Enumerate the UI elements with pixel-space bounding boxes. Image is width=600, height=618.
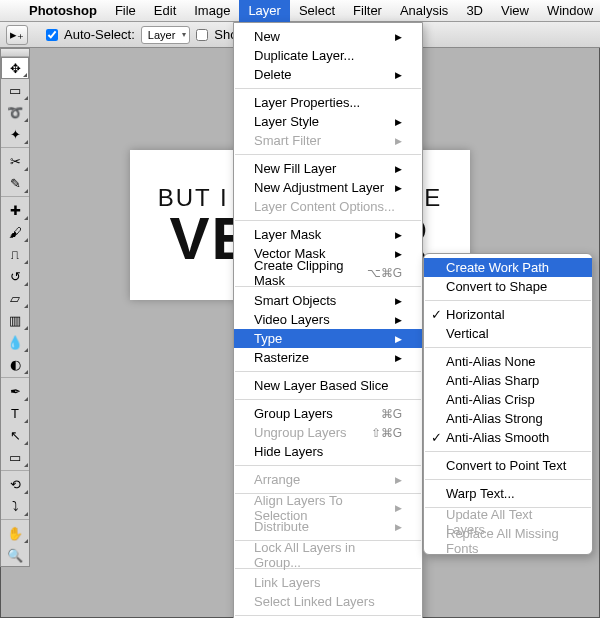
menu-item[interactable]: Layer Style [234,112,422,131]
menu-item: Select Linked Layers [234,592,422,611]
shape-tool[interactable]: ▭ [1,446,29,468]
crop-tool[interactable]: ✂ [1,150,29,172]
menu-item[interactable]: Anti-Alias None [424,352,592,371]
menu-item[interactable]: New [234,27,422,46]
menubar-edit[interactable]: Edit [145,0,185,22]
menubar-layer[interactable]: Layer [239,0,290,22]
3d-orbit-tool[interactable]: ⤵ [1,495,29,517]
menubar-analysis[interactable]: Analysis [391,0,457,22]
brush-tool[interactable]: 🖌 [1,221,29,243]
marquee-tool[interactable]: ▭ [1,79,29,101]
menu-item[interactable]: Anti-Alias Crisp [424,390,592,409]
heal-tool[interactable]: ✚ [1,199,29,221]
blur-tool[interactable]: 💧 [1,331,29,353]
menu-item: Align Layers To Selection [234,498,422,517]
menu-item[interactable]: Video Layers [234,310,422,329]
zoom-tool[interactable]: 🔍 [1,544,29,566]
menu-item: Lock All Layers in Group... [234,545,422,564]
history-brush-tool[interactable]: ↺ [1,265,29,287]
layer-menu: NewDuplicate Layer...DeleteLayer Propert… [233,22,423,618]
type-submenu: Create Work PathConvert to ShapeHorizont… [423,253,593,555]
menu-item[interactable]: Group Layers⌘G [234,404,422,423]
menu-item[interactable]: Vertical [424,324,592,343]
hand-tool[interactable]: ✋ [1,522,29,544]
menu-item: Layer Content Options... [234,197,422,216]
menu-item[interactable]: Hide Layers [234,442,422,461]
menu-item[interactable]: Warp Text... [424,484,592,503]
menu-item[interactable]: New Layer Based Slice [234,376,422,395]
menu-item: Arrange [234,470,422,489]
menu-item[interactable]: Duplicate Layer... [234,46,422,65]
menubar-image[interactable]: Image [185,0,239,22]
menu-item[interactable]: Layer Mask [234,225,422,244]
menubar-select[interactable]: Select [290,0,344,22]
menu-item[interactable]: Rasterize [234,348,422,367]
menu-item[interactable]: Create Work Path [424,258,592,277]
eyedropper-tool[interactable]: ✎ [1,172,29,194]
menubar-3d[interactable]: 3D [457,0,492,22]
autoselect-label: Auto-Select: [64,27,135,42]
3d-rotate-tool[interactable]: ⟲ [1,473,29,495]
menubar-filter[interactable]: Filter [344,0,391,22]
menu-item[interactable]: Layer Properties... [234,93,422,112]
mac-menubar: Photoshop File Edit Image Layer Select F… [0,0,600,22]
dodge-tool[interactable]: ◐ [1,353,29,375]
menu-item[interactable]: Convert to Shape [424,277,592,296]
stamp-tool[interactable]: ⎍ [1,243,29,265]
wand-tool[interactable]: ✦ [1,123,29,145]
panel-grip[interactable] [1,49,29,57]
menu-item[interactable]: Convert to Point Text [424,456,592,475]
path-select-tool[interactable]: ↖ [1,424,29,446]
menu-item[interactable]: Horizontal [424,305,592,324]
gradient-tool[interactable]: ▥ [1,309,29,331]
tools-panel: ✥ ▭ ➰ ✦ ✂ ✎ ✚ 🖌 ⎍ ↺ ▱ ▥ 💧 ◐ ✒ T ↖ ▭ ⟲ ⤵ … [0,48,30,567]
type-tool[interactable]: T [1,402,29,424]
autoselect-checkbox[interactable] [46,29,58,41]
move-tool-preset-icon[interactable]: ▸₊ [6,25,28,45]
lasso-tool[interactable]: ➰ [1,101,29,123]
menu-item[interactable]: Type [234,329,422,348]
menu-item: Replace All Missing Fonts [424,531,592,550]
menubar-file[interactable]: File [106,0,145,22]
menubar-view[interactable]: View [492,0,538,22]
menu-item: Smart Filter [234,131,422,150]
menu-item[interactable]: Anti-Alias Smooth [424,428,592,447]
menu-item[interactable]: Delete [234,65,422,84]
menu-item[interactable]: Smart Objects [234,291,422,310]
menu-item[interactable]: Anti-Alias Sharp [424,371,592,390]
eraser-tool[interactable]: ▱ [1,287,29,309]
autoselect-dropdown[interactable]: Layer [141,26,191,44]
menu-item[interactable]: Anti-Alias Strong [424,409,592,428]
menu-item[interactable]: New Adjustment Layer [234,178,422,197]
move-tool[interactable]: ✥ [1,57,29,79]
show-transform-checkbox[interactable] [196,29,208,41]
menubar-app[interactable]: Photoshop [20,0,106,22]
menu-item[interactable]: Create Clipping Mask⌥⌘G [234,263,422,282]
menu-item: Link Layers [234,573,422,592]
menu-item[interactable]: New Fill Layer [234,159,422,178]
pen-tool[interactable]: ✒ [1,380,29,402]
menu-item: Ungroup Layers⇧⌘G [234,423,422,442]
menubar-window[interactable]: Window [538,0,600,22]
